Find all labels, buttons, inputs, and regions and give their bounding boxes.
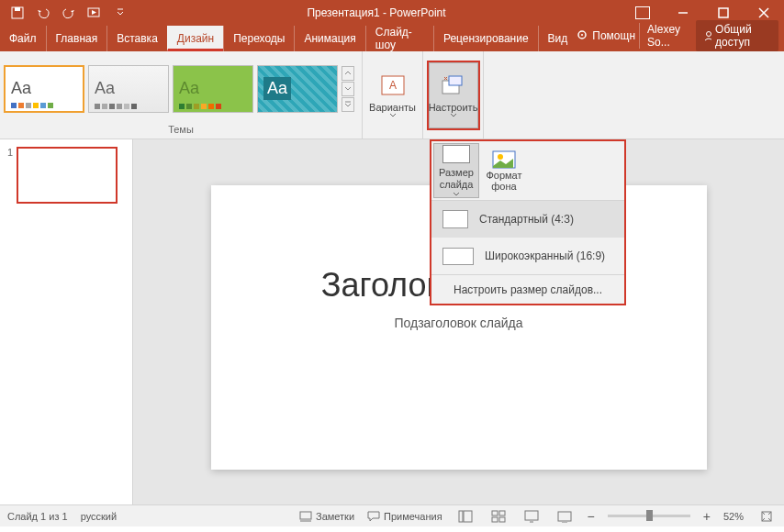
normal-view-icon[interactable] (455, 508, 476, 525)
themes-group: Aa Aa Aa Aa Темы (0, 51, 363, 139)
undo-icon[interactable] (33, 3, 53, 23)
theme-4[interactable]: Aa (257, 65, 338, 113)
slide-thumbnail-panel: 1 (0, 139, 133, 504)
svg-point-9 (707, 32, 711, 37)
zoom-out-icon[interactable]: − (588, 509, 595, 524)
customize-dropdown: Размер слайда Формат фона Стандартный (4… (430, 139, 626, 305)
svg-text:A: A (388, 79, 396, 92)
svg-rect-14 (449, 76, 462, 85)
svg-rect-1 (15, 7, 20, 11)
theme-2[interactable]: Aa (88, 65, 169, 113)
svg-rect-24 (499, 517, 505, 522)
tab-file[interactable]: Файл (0, 26, 46, 51)
tab-review[interactable]: Рецензирование (433, 26, 538, 51)
slide-size-button[interactable]: Размер слайда (433, 143, 479, 198)
svg-rect-19 (459, 511, 463, 522)
notes-button[interactable]: Заметки (299, 511, 354, 522)
menu-item-widescreen[interactable]: Широкоэкранный (16:9) (431, 238, 624, 274)
reading-view-icon[interactable] (521, 508, 542, 525)
comments-button[interactable]: Примечания (367, 511, 442, 522)
tab-slideshow[interactable]: Слайд-шоу (365, 26, 433, 51)
ribbon: Aa Aa Aa Aa Темы A (0, 51, 784, 139)
svg-rect-17 (300, 512, 311, 519)
sorter-view-icon[interactable] (488, 508, 509, 525)
tab-design[interactable]: Дизайн (167, 26, 223, 51)
customize-group: Настроить (423, 51, 484, 139)
slide-size-icon (442, 145, 470, 163)
svg-rect-4 (719, 8, 728, 17)
tab-home[interactable]: Главная (46, 26, 107, 51)
menu-item-custom-size[interactable]: Настроить размер слайдов... (431, 274, 624, 304)
qat-more-icon[interactable] (110, 3, 130, 23)
save-icon[interactable] (7, 3, 28, 23)
tab-transitions[interactable]: Переходы (223, 26, 294, 51)
share-button[interactable]: Общий доступ (696, 20, 778, 51)
menu-item-standard[interactable]: Стандартный (4:3) (431, 201, 624, 238)
status-bar: Слайд 1 из 1 русский Заметки Примечания … (0, 504, 784, 526)
quick-access-toolbar (0, 3, 130, 23)
theme-office[interactable]: Aa (4, 65, 84, 113)
slide-subtitle-placeholder[interactable]: Подзаголовок слайда (211, 316, 707, 330)
slideshow-view-icon[interactable] (554, 508, 575, 525)
share-icon (703, 30, 711, 41)
themes-group-label: Темы (4, 124, 358, 137)
svg-rect-25 (525, 511, 538, 520)
svg-rect-23 (492, 517, 498, 522)
zoom-in-icon[interactable]: + (703, 509, 711, 524)
window-title: Презентация1 - PowerPoint (130, 6, 622, 19)
tell-me-icon[interactable]: Помощн (577, 29, 635, 42)
start-slideshow-icon[interactable] (84, 3, 105, 23)
fit-to-window-icon[interactable] (756, 508, 777, 525)
themes-gallery-more[interactable] (342, 66, 354, 112)
format-background-button[interactable]: Формат фона (481, 143, 527, 198)
zoom-slider[interactable] (608, 515, 690, 517)
aspect-169-icon (442, 248, 474, 265)
customize-button[interactable]: Настроить (429, 62, 478, 128)
variants-group: A Варианты (363, 51, 423, 139)
tab-view[interactable]: Вид (538, 26, 577, 51)
slide-thumbnail-1[interactable]: 1 (7, 147, 125, 204)
ribbon-tabs: Файл Главная Вставка Дизайн Переходы Ани… (0, 26, 784, 51)
svg-rect-27 (558, 512, 571, 521)
svg-rect-22 (499, 511, 505, 515)
variants-button[interactable]: A Варианты (368, 62, 418, 128)
tab-animation[interactable]: Анимация (294, 26, 364, 51)
tab-insert[interactable]: Вставка (106, 26, 167, 51)
redo-icon[interactable] (59, 3, 79, 23)
svg-point-16 (498, 154, 503, 160)
theme-3[interactable]: Aa (173, 65, 253, 113)
workspace: 1 Заголовок слайда Подзаголовок слайда (0, 139, 784, 504)
format-background-icon (491, 150, 517, 170)
zoom-level[interactable]: 52% (723, 511, 744, 522)
account-label[interactable]: Alexey So... (639, 23, 692, 49)
language-indicator[interactable]: русский (81, 511, 117, 522)
svg-rect-21 (492, 511, 498, 515)
aspect-43-icon (442, 210, 468, 228)
svg-point-8 (581, 34, 583, 36)
slide-counter[interactable]: Слайд 1 из 1 (7, 511, 68, 522)
svg-rect-20 (464, 511, 472, 522)
